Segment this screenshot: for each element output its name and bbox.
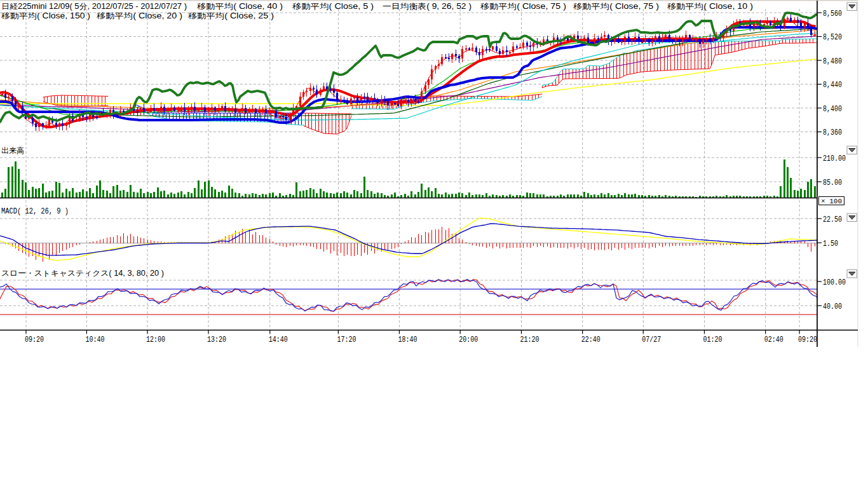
svg-text:22:40: 22:40 <box>581 336 600 344</box>
svg-text:日経225mini 12/09( 5分, 2012/07/2: 日経225mini 12/09( 5分, 2012/07/25 - 2012/0… <box>1 2 187 11</box>
svg-text:09:20: 09:20 <box>25 336 44 344</box>
svg-text:10:40: 10:40 <box>85 336 104 344</box>
svg-text:40.00: 40.00 <box>823 302 842 311</box>
svg-text:18:40: 18:40 <box>398 336 417 344</box>
svg-text:MACD( 12, 26, 9 ): MACD( 12, 26, 9 ) <box>1 207 69 216</box>
svg-text:13:20: 13:20 <box>207 336 226 344</box>
svg-text:一目均衡表( 9, 26, 52 ): 一目均衡表( 9, 26, 52 ) <box>383 2 471 11</box>
svg-text:02:40: 02:40 <box>764 336 783 344</box>
svg-text:8,480: 8,480 <box>823 57 842 66</box>
svg-text:出来高: 出来高 <box>1 146 24 155</box>
svg-text:100.00: 100.00 <box>823 278 846 287</box>
svg-text:1.50: 1.50 <box>823 240 838 248</box>
svg-text:移動平均( Close, 75 ): 移動平均( Close, 75 ) <box>573 2 659 11</box>
svg-text:移動平均( Close, 75 ): 移動平均( Close, 75 ) <box>480 2 566 11</box>
svg-text:14:40: 14:40 <box>269 336 288 344</box>
svg-text:12:00: 12:00 <box>146 336 165 344</box>
svg-text:20:00: 20:00 <box>459 336 478 344</box>
svg-text:07/27: 07/27 <box>642 336 661 344</box>
svg-text:09:20: 09:20 <box>798 336 817 344</box>
svg-text:移動平均( Close, 5 ): 移動平均( Close, 5 ) <box>292 2 374 11</box>
svg-text:スロー・ストキャスティクス( 14, 3, 80, 20 ): スロー・ストキャスティクス( 14, 3, 80, 20 ) <box>1 269 164 278</box>
svg-text:17:20: 17:20 <box>337 336 356 344</box>
svg-text:移動平均( Close, 10 ): 移動平均( Close, 10 ) <box>667 2 753 11</box>
svg-text:01:20: 01:20 <box>703 336 722 344</box>
svg-text:8,400: 8,400 <box>823 105 842 114</box>
svg-text:移動平均( Close, 150 ): 移動平均( Close, 150 ) <box>1 11 90 20</box>
svg-text:8,560: 8,560 <box>823 10 842 18</box>
svg-text:21:20: 21:20 <box>520 336 539 344</box>
svg-text:移動平均( Close, 25 ): 移動平均( Close, 25 ) <box>188 11 274 20</box>
svg-text:210.00: 210.00 <box>823 154 846 163</box>
svg-text:8,520: 8,520 <box>823 33 842 42</box>
svg-text:8,440: 8,440 <box>823 81 842 90</box>
svg-text:22.50: 22.50 <box>823 215 842 224</box>
svg-text:85.00: 85.00 <box>823 179 842 187</box>
svg-text:8,360: 8,360 <box>823 128 842 137</box>
svg-text:移動平均( Close, 20 ): 移動平均( Close, 20 ) <box>97 11 182 20</box>
svg-text:移動平均( Close, 40 ): 移動平均( Close, 40 ) <box>197 2 283 11</box>
svg-text:× 100: × 100 <box>821 198 842 205</box>
